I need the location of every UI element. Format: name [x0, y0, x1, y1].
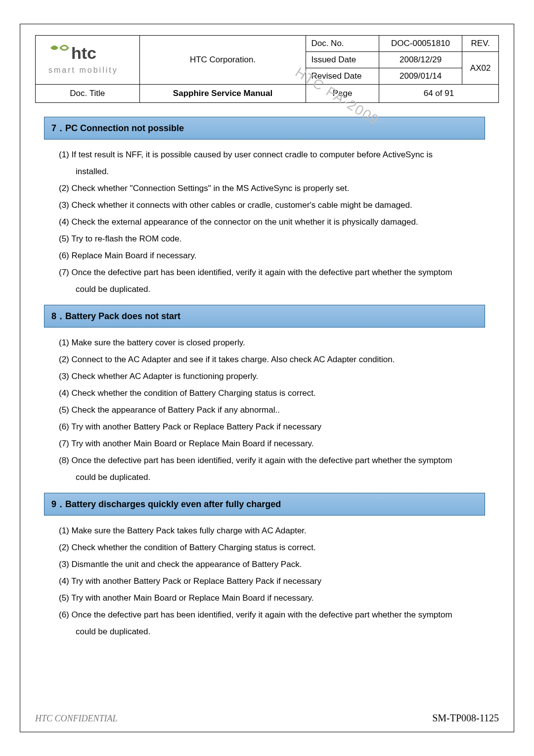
page-footer: HTC CONFIDENTIAL SM-TP008-1125 — [35, 712, 499, 724]
list-item: (4) Check the external appearance of the… — [59, 214, 479, 231]
logo-tagline-text: smart mobility — [48, 66, 118, 74]
list-item: (1) Make sure the Battery Pack takes ful… — [59, 522, 479, 539]
section-8-content: (1) Make sure the battery cover is close… — [35, 331, 499, 491]
section-7-header: 7．PC Connection not possible — [44, 117, 485, 140]
list-item: (5) Try with another Main Board or Repla… — [59, 590, 479, 607]
list-item: could be duplicated. — [59, 469, 479, 486]
list-item: (8) Once the defective part has been ide… — [59, 452, 479, 469]
list-item: (5) Check the appearance of Battery Pack… — [59, 402, 479, 419]
rev-label: REV. — [462, 36, 499, 52]
rev-value: AX02 — [462, 52, 499, 85]
list-item: (5) Try to re-flash the ROM code. — [59, 231, 479, 247]
section-9-header: 9．Battery discharges quickly even after … — [44, 493, 485, 516]
header-table: htc smart mobility HTC Corporation. Doc.… — [35, 35, 499, 103]
revised-date-label: Revised Date — [306, 68, 379, 85]
doc-no-value: DOC-00051810 — [379, 36, 462, 52]
list-item: (7) Try with another Main Board or Repla… — [59, 435, 479, 452]
revised-date-value: 2009/01/14 — [379, 68, 462, 85]
list-item: could be duplicated. — [59, 281, 479, 298]
page-frame: HTC PA-2009 htc smart mobility HTC Corpo… — [20, 24, 514, 732]
issued-date-value: 2008/12/29 — [379, 52, 462, 68]
list-item: (3) Check whether AC Adapter is function… — [59, 368, 479, 385]
list-item: could be duplicated. — [59, 623, 479, 640]
list-item: (6) Try with another Battery Pack or Rep… — [59, 419, 479, 435]
doc-title-label: Doc. Title — [36, 85, 140, 103]
list-item: (2) Connect to the AC Adapter and see if… — [59, 351, 479, 368]
corporation-name: HTC Corporation. — [139, 36, 306, 85]
doc-no-label: Doc. No. — [306, 36, 379, 52]
page-label: Page — [306, 85, 379, 103]
list-item: (3) Check whether it connects with other… — [59, 197, 479, 214]
section-9-content: (1) Make sure the Battery Pack takes ful… — [35, 520, 499, 645]
list-item: (7) Once the defective part has been ide… — [59, 264, 479, 281]
list-item: (1) If test result is NFF, it is possibl… — [59, 146, 479, 163]
list-item: (1) Make sure the battery cover is close… — [59, 334, 479, 351]
htc-logo-icon: htc smart mobility — [45, 39, 130, 79]
list-item: (6) Replace Main Board if necessary. — [59, 247, 479, 264]
logo-brand-text: htc — [71, 44, 96, 62]
sm-code: SM-TP008-1125 — [432, 712, 499, 724]
list-item: (4) Try with another Battery Pack or Rep… — [59, 573, 479, 590]
doc-title-value: Sapphire Service Manual — [139, 85, 306, 103]
section-8-header: 8．Battery Pack does not start — [44, 305, 485, 328]
confidential-text: HTC CONFIDENTIAL — [35, 713, 118, 724]
list-item: (2) Check whether "Connection Settings" … — [59, 180, 479, 197]
issued-date-label: Issued Date — [306, 52, 379, 68]
page-value: 64 of 91 — [379, 85, 498, 103]
list-item: (3) Dismantle the unit and check the app… — [59, 556, 479, 573]
list-item: (4) Check whether the condition of Batte… — [59, 385, 479, 402]
logo-cell: htc smart mobility — [36, 36, 140, 85]
list-item: installed. — [59, 163, 479, 180]
section-7-content: (1) If test result is NFF, it is possibl… — [35, 143, 499, 303]
list-item: (2) Check whether the condition of Batte… — [59, 539, 479, 556]
list-item: (6) Once the defective part has been ide… — [59, 607, 479, 623]
